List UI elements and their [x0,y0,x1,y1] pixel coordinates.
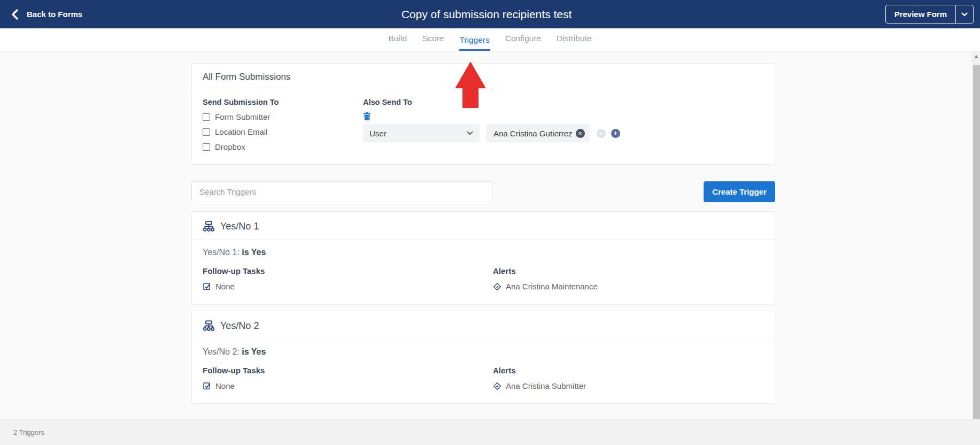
condition-value: is Yes [242,347,266,356]
form-submitter-label: Form Submitter [215,112,270,121]
alerts-section: Alerts Ana Cristina Maintenance [493,266,598,291]
followup-tasks-section: Follow-up Tasks None [203,366,493,390]
recipient-row: User Ana Cristina Gutierrez ✕ ✕ + [363,124,620,142]
all-form-submissions-header: All Form Submissions [192,64,775,89]
form-submitter-checkbox[interactable] [203,113,210,121]
form-tabbar: Build Score Triggers Configure Distribut… [0,28,980,51]
alert-item: Ana Cristina Submitter [493,381,586,390]
alert-name: Ana Cristina Maintenance [506,282,598,291]
preview-form-button-group: Preview Form [885,5,974,24]
trash-icon [363,112,371,120]
trigger-condition: Yes/No 2: is Yes [192,339,775,357]
preview-form-dropdown-toggle[interactable] [955,5,973,23]
trigger-condition: Yes/No 1: is Yes [192,240,775,257]
page-title: Copy of submission recipients test [402,8,572,21]
location-email-label: Location Email [215,127,267,136]
add-recipient-row-icon[interactable]: + [611,129,620,138]
search-triggers-input[interactable] [191,181,492,202]
scrollbar-up-arrow-icon[interactable] [974,55,978,58]
chip-remove-icon[interactable]: ✕ [576,129,585,138]
location-email-checkbox[interactable] [203,128,210,136]
trigger-card-yes-no-1: Yes/No 1 Yes/No 1: is Yes Follow-up Task… [191,211,775,304]
all-form-submissions-title: All Form Submissions [203,72,290,82]
checked-checkbox-icon [203,282,211,291]
trigger-count-label: 2 Triggers [13,428,44,436]
trigger-header: Yes/No 2 [192,311,775,339]
send-submission-to-heading: Send Submission To [203,98,363,106]
checkbox-row-location-email[interactable]: Location Email [203,127,363,136]
alert-diamond-icon [493,282,501,291]
app-window: Back to Forms Copy of submission recipie… [0,0,980,445]
recipient-type-value: User [369,129,387,138]
also-send-to-heading: Also Send To [363,98,620,106]
followup-task-item: None [203,381,493,390]
followup-tasks-section: Follow-up Tasks None [203,266,493,291]
preview-form-button[interactable]: Preview Form [886,5,955,23]
tab-triggers[interactable]: Triggers [459,35,490,51]
all-form-submissions-card: All Form Submissions Send Submission To … [191,63,775,165]
status-footer: 2 Triggers [0,419,980,445]
alert-diamond-icon [493,382,501,390]
followup-tasks-heading: Follow-up Tasks [203,266,493,275]
followup-task-value: None [215,282,235,291]
condition-field: Yes/No 1: [203,248,240,257]
dropbox-label: Dropbox [215,142,245,151]
trigger-name[interactable]: Yes/No 1 [220,221,259,232]
followup-task-value: None [215,381,235,390]
alert-item: Ana Cristina Maintenance [493,282,598,291]
condition-value: is Yes [242,248,266,257]
trigger-sitemap-icon [203,220,215,233]
checkbox-row-form-submitter[interactable]: Form Submitter [203,112,363,121]
chevron-left-icon [11,9,19,20]
also-send-to-column: Also Send To User [363,98,620,151]
chevron-down-icon [961,12,968,17]
create-trigger-button[interactable]: Create Trigger [704,181,775,202]
top-header: Back to Forms Copy of submission recipie… [0,0,980,28]
tab-score[interactable]: Score [422,34,445,51]
chevron-down-icon [467,131,473,135]
back-to-forms-button[interactable]: Back to Forms [11,9,82,20]
alerts-heading: Alerts [493,266,598,275]
recipient-type-select[interactable]: User [363,124,480,142]
remove-recipient-row-icon[interactable]: ✕ [597,129,606,138]
delete-recipient-button[interactable] [363,112,371,120]
send-submission-to-column: Send Submission To Form Submitter Locati… [203,98,363,151]
tab-build[interactable]: Build [388,34,407,51]
recipient-chip-name: Ana Cristina Gutierrez [493,129,573,138]
tab-distribute[interactable]: Distribute [556,34,592,51]
followup-tasks-heading: Follow-up Tasks [203,366,493,375]
trigger-name[interactable]: Yes/No 2 [220,320,259,332]
trigger-card-yes-no-2: Yes/No 2 Yes/No 2: is Yes Follow-up Task… [191,311,775,404]
back-to-forms-label: Back to Forms [27,10,82,19]
checked-checkbox-icon [203,382,211,390]
followup-task-item: None [203,282,493,291]
alerts-heading: Alerts [493,366,586,375]
condition-field: Yes/No 2: [203,347,240,356]
main-content: All Form Submissions Send Submission To … [0,51,980,419]
triggers-toolbar: Create Trigger [191,181,775,202]
trigger-header: Yes/No 1 [192,212,775,240]
trigger-sitemap-icon [203,320,215,332]
vertical-scrollbar[interactable] [972,51,980,419]
dropbox-checkbox[interactable] [203,143,210,151]
scrollbar-thumb[interactable] [973,65,980,419]
alerts-section: Alerts Ana Cristina Submitter [493,366,586,390]
checkbox-row-dropbox[interactable]: Dropbox [203,142,363,151]
recipient-chip: Ana Cristina Gutierrez ✕ [486,124,590,142]
tab-configure[interactable]: Configure [505,34,542,51]
alert-name: Ana Cristina Submitter [506,381,586,390]
